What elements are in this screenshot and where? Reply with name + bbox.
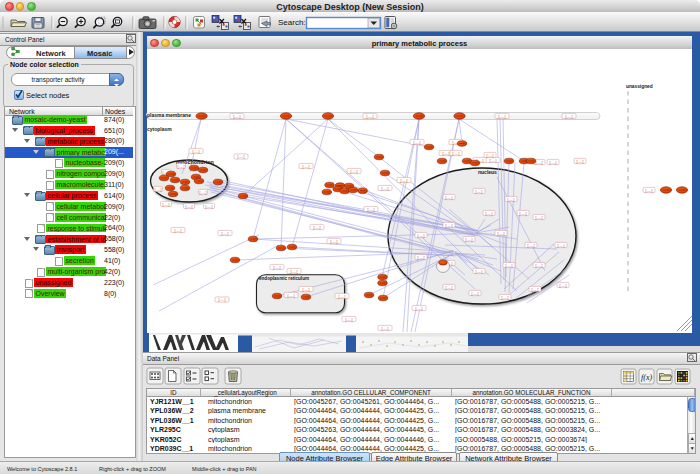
svg-text:[..-..]: [..-..]	[193, 150, 200, 154]
svg-text:[..-..]: [..-..]	[416, 307, 423, 311]
svg-text:[..-..]: [..-..]	[446, 224, 453, 228]
svg-text:[..-..]: [..-..]	[291, 270, 298, 274]
svg-text:[..-..]: [..-..]	[446, 286, 453, 290]
svg-text:[..-..]: [..-..]	[536, 161, 543, 165]
svg-text:[..-..]: [..-..]	[466, 238, 473, 242]
svg-text:[..-..]: [..-..]	[234, 115, 241, 119]
svg-text:[..-..]: [..-..]	[178, 165, 185, 169]
svg-text:[..-..]: [..-..]	[536, 216, 543, 220]
svg-text:[..-..]: [..-..]	[577, 160, 584, 164]
svg-text:[..-..]: [..-..]	[155, 188, 162, 192]
svg-text:[..-..]: [..-..]	[453, 152, 460, 156]
svg-text:plasma membrane: plasma membrane	[147, 112, 191, 118]
svg-text:[..-..]: [..-..]	[476, 270, 483, 274]
svg-text:[..-..]: [..-..]	[339, 295, 346, 299]
svg-text:[..-..]: [..-..]	[200, 191, 207, 195]
svg-text:Search:: Search:	[278, 18, 306, 27]
svg-text:[..-..]: [..-..]	[558, 244, 565, 248]
svg-text:[..-..]: [..-..]	[532, 288, 539, 292]
svg-text:[..-..]: [..-..]	[476, 190, 483, 194]
svg-text:[..-..]: [..-..]	[646, 189, 653, 193]
svg-text:[..-..]: [..-..]	[163, 203, 170, 207]
svg-text:[..-..]: [..-..]	[508, 198, 515, 202]
svg-text:[..-..]: [..-..]	[331, 240, 338, 244]
svg-text:cytoplasm: cytoplasm	[147, 126, 172, 132]
svg-text:[..-..]: [..-..]	[506, 264, 513, 268]
svg-text:[..-..]: [..-..]	[490, 159, 497, 163]
svg-text:[..-..]: [..-..]	[401, 179, 408, 183]
svg-text:[..-..]: [..-..]	[520, 212, 527, 216]
svg-text:[..-..]: [..-..]	[550, 161, 557, 165]
svg-text:[..-..]: [..-..]	[206, 205, 213, 209]
svg-text:[..-..]: [..-..]	[560, 284, 567, 288]
svg-text:[..-..]: [..-..]	[219, 298, 226, 302]
svg-text:[..-..]: [..-..]	[528, 244, 535, 248]
svg-text:endoplasmic reticulum: endoplasmic reticulum	[259, 276, 309, 281]
svg-text:[..-..]: [..-..]	[303, 165, 310, 169]
svg-text:[..-..]: [..-..]	[499, 115, 506, 119]
svg-text:[..-..]: [..-..]	[566, 115, 573, 119]
svg-text:f(x): f(x)	[641, 373, 652, 382]
svg-text:[..-..]: [..-..]	[222, 232, 229, 236]
svg-text:[..-..]: [..-..]	[274, 266, 281, 270]
svg-text:[..-..]: [..-..]	[303, 288, 310, 292]
svg-text:[..-..]: [..-..]	[443, 152, 450, 156]
svg-text:[..-..]: [..-..]	[414, 141, 421, 145]
svg-text:[..-..]: [..-..]	[288, 294, 295, 298]
svg-text:[..-..]: [..-..]	[368, 208, 375, 212]
svg-text:[..-..]: [..-..]	[418, 256, 425, 260]
svg-text:[..-..]: [..-..]	[382, 187, 389, 191]
svg-text:[..-..]: [..-..]	[367, 115, 374, 119]
svg-text:nucleus: nucleus	[478, 169, 497, 175]
svg-text:[..-..]: [..-..]	[536, 264, 543, 268]
svg-text:[..-..]: [..-..]	[238, 155, 245, 159]
svg-text:[..-..]: [..-..]	[487, 154, 494, 158]
svg-text:[..-..]: [..-..]	[502, 296, 509, 300]
svg-text:[..-..]: [..-..]	[472, 292, 479, 296]
svg-text:[..-..]: [..-..]	[498, 232, 505, 236]
svg-text:[..-..]: [..-..]	[175, 229, 182, 233]
svg-text:[..-..]: [..-..]	[446, 196, 453, 200]
svg-text:unassigned: unassigned	[626, 84, 653, 89]
svg-text:[..-..]: [..-..]	[314, 226, 321, 230]
svg-text:[..-..]: [..-..]	[418, 234, 425, 238]
svg-text:[..-..]: [..-..]	[186, 205, 193, 209]
svg-text:[..-..]: [..-..]	[346, 318, 353, 322]
svg-text:[..-..]: [..-..]	[382, 327, 389, 331]
svg-text:[..-..]: [..-..]	[351, 170, 358, 174]
svg-text:[..-..]: [..-..]	[486, 212, 493, 216]
